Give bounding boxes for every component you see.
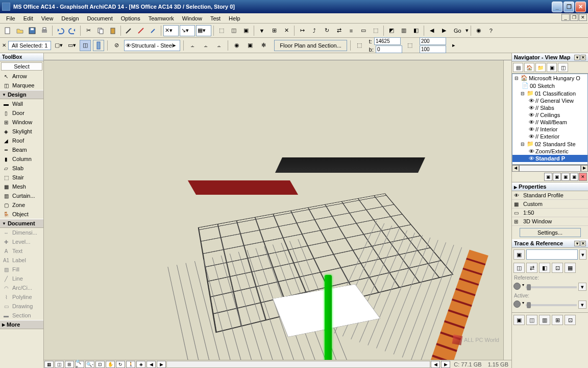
size-icon[interactable]: ⬚	[404, 40, 415, 51]
redo-icon[interactable]	[67, 25, 78, 36]
nav-layout-icon[interactable]: 📁	[535, 63, 546, 72]
ref-opt[interactable]: ▾	[578, 283, 586, 291]
tool-wall[interactable]: ▬Wall	[0, 99, 43, 108]
tool-section-tool[interactable]: ▬Section	[0, 311, 43, 320]
mirror-icon[interactable]: ⇄	[333, 25, 345, 36]
zoom-next-icon[interactable]: ▶	[157, 361, 166, 368]
tool-drawing[interactable]: ▭Drawing	[0, 302, 43, 311]
design-section-header[interactable]: ▼Design	[0, 90, 43, 99]
ref-color[interactable]	[513, 283, 521, 290]
menu-options[interactable]: Options	[117, 14, 144, 22]
group-icon[interactable]: ◫	[228, 25, 239, 36]
tree-scroll-right[interactable]: ▶	[581, 165, 588, 172]
trace-btn-4[interactable]: ⊡	[552, 263, 563, 273]
paste-icon[interactable]	[107, 25, 118, 36]
guide-dropdown[interactable]: ↘▾	[180, 25, 195, 36]
copy-icon[interactable]	[95, 25, 106, 36]
tool-line[interactable]: ╱Line	[0, 274, 43, 283]
menu-test[interactable]: Test	[206, 14, 225, 22]
perspective-icon[interactable]: ◈	[136, 361, 145, 368]
tool-slab[interactable]: ▱Slab	[0, 164, 43, 173]
tool-polyline[interactable]: ⌇Polyline	[0, 292, 43, 302]
nav-btm-1[interactable]: ▣	[544, 173, 552, 181]
nav-view-icon[interactable]: 🏠	[524, 63, 534, 72]
distribute-icon[interactable]: ▭	[358, 25, 369, 36]
profile-icon[interactable]: ▣	[244, 40, 256, 51]
navigator-min[interactable]: ▾	[574, 55, 580, 60]
select-mode-button[interactable]: Select	[1, 62, 42, 71]
section-icon[interactable]: ▥	[398, 25, 409, 36]
sel-mode-1-icon[interactable]: ▢▾	[53, 40, 64, 51]
cross-icon[interactable]: ✻	[258, 40, 269, 51]
trace-icon[interactable]: ⊞	[268, 25, 280, 36]
trace-foot-5[interactable]: ⊡	[565, 315, 576, 325]
column-icon[interactable]	[93, 40, 104, 51]
menu-document[interactable]: Document	[83, 14, 117, 22]
print-icon[interactable]	[39, 25, 50, 36]
size-a-input[interactable]	[420, 37, 446, 45]
new-file-icon[interactable]	[2, 25, 13, 36]
pan-icon[interactable]: ✋	[106, 361, 115, 368]
undo-icon[interactable]	[55, 25, 66, 36]
selected-column[interactable]	[325, 275, 332, 360]
menu-teamwork[interactable]: Teamwork	[144, 14, 178, 22]
close-button[interactable]: ✕	[575, 2, 586, 12]
view-btn-1[interactable]: ▦	[44, 361, 54, 368]
marker-icon[interactable]: ⤴	[309, 25, 320, 36]
zoom-fit-icon[interactable]: ⊡	[95, 361, 105, 368]
tree-scroll-track[interactable]	[519, 165, 581, 172]
tool-roof[interactable]: ◢Roof	[0, 136, 43, 145]
layer-dropdown[interactable]: 👁 Structural - Steel ▸	[124, 40, 180, 51]
tool-label[interactable]: A1Label	[0, 256, 43, 265]
ref-slider[interactable]	[526, 286, 577, 288]
trace-min[interactable]: ▾	[574, 241, 580, 246]
tool-object[interactable]: 🪑Object	[0, 210, 43, 219]
active-slider[interactable]	[526, 304, 577, 306]
page-left[interactable]: ◀	[431, 361, 440, 368]
more-section-header[interactable]: ▶More	[0, 320, 43, 329]
tool-arc[interactable]: ◠Arc/Ci...	[0, 283, 43, 292]
lock-icon[interactable]: ▣	[240, 25, 252, 36]
active-opt[interactable]: ▾	[578, 301, 586, 309]
settings-button[interactable]: Settings...	[520, 228, 581, 237]
orbit-icon[interactable]: ↻	[116, 361, 125, 368]
grid-dropdown[interactable]: ▦▾	[196, 25, 211, 36]
nav-project-icon[interactable]: ▤	[513, 63, 523, 72]
tool-text[interactable]: AText	[0, 246, 43, 256]
view-btn-3[interactable]: ⊞	[65, 361, 74, 368]
tool-arrow[interactable]: ↖Arrow	[0, 72, 43, 81]
filter-icon[interactable]: ▼	[256, 25, 267, 36]
active-color[interactable]	[513, 301, 521, 308]
pick-icon[interactable]	[123, 25, 134, 36]
scrollbar-horizontal[interactable]	[166, 361, 430, 368]
nav-publisher-icon[interactable]: ▣	[547, 63, 557, 72]
coord-t-input[interactable]	[374, 37, 401, 45]
zoom-out-icon[interactable]: 🔍-	[85, 361, 94, 368]
tool-stair[interactable]: ⬚Stair	[0, 173, 43, 182]
align-icon[interactable]: ≡	[346, 25, 357, 36]
menu-edit[interactable]: Edit	[19, 14, 37, 22]
wand-icon[interactable]	[135, 25, 146, 36]
measure-icon[interactable]: ↦	[297, 25, 308, 36]
nav-btm-2[interactable]: ▣	[553, 173, 561, 181]
tool-fill[interactable]: ▨Fill	[0, 265, 43, 274]
scrollbar-vertical[interactable]	[503, 60, 511, 360]
trace-dd-btn[interactable]: ▾	[579, 249, 586, 260]
walk-icon[interactable]: 🚶	[126, 361, 135, 368]
nav-back-icon[interactable]: ◀	[426, 25, 437, 36]
tool-marquee[interactable]: ◫Marquee	[0, 81, 43, 90]
tool-curtain[interactable]: ▥Curtain...	[0, 191, 43, 200]
struct-icon-1[interactable]: ⫠	[187, 40, 198, 51]
trace-btn-3[interactable]: ◧	[539, 263, 550, 273]
menu-file[interactable]: File	[2, 14, 19, 22]
save-icon[interactable]	[27, 25, 38, 36]
mdi-restore[interactable]: ❐	[570, 14, 578, 21]
mdi-close[interactable]: ✕	[579, 14, 587, 21]
go-button[interactable]: Go	[451, 27, 464, 35]
layer-no-icon[interactable]: ⊘	[111, 40, 122, 51]
struct-icon-2[interactable]: ⫠	[200, 40, 211, 51]
tool-zone[interactable]: ▢Zone	[0, 200, 43, 210]
menu-view[interactable]: View	[37, 14, 58, 22]
sel-mode-2-icon[interactable]: ▭▾	[66, 40, 78, 51]
rotate-icon[interactable]: ↻	[321, 25, 332, 36]
